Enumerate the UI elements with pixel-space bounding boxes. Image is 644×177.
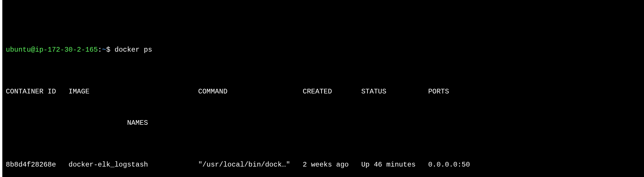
command-text: docker ps <box>114 46 152 54</box>
prompt-line-1: ubuntu@ip-172-30-2-165:~$ docker ps <box>6 45 644 55</box>
user-host: ubuntu@ip-172-30-2-165 <box>6 46 98 54</box>
table-row: 8b8d4f28268e docker-elk_logstash "/usr/l… <box>6 160 644 170</box>
prompt-symbol: $ <box>106 46 110 54</box>
path: ~ <box>102 46 106 54</box>
terminal-window[interactable]: ubuntu@ip-172-30-2-165:~$ docker ps CONT… <box>0 0 644 177</box>
table-header: CONTAINER ID IMAGE COMMAND CREATED STATU… <box>6 86 644 97</box>
left-border <box>0 0 2 177</box>
names-header: NAMES <box>6 118 644 128</box>
sep: : <box>98 46 102 54</box>
